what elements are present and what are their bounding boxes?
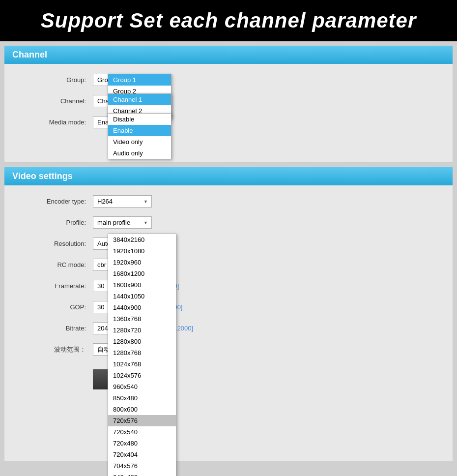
media-mode-label: Media mode: <box>24 119 93 126</box>
group-label: Group: <box>24 76 93 84</box>
media-option-audio[interactable]: Audio only <box>108 148 171 159</box>
bitrate-row: Bitrate: [16-12000] <box>24 322 433 334</box>
res-720x480[interactable]: 720x480 <box>108 438 176 449</box>
page-header: Support Set each channel parameter <box>0 0 457 41</box>
res-800x600[interactable]: 800x600 <box>108 404 176 415</box>
framerate-row: Framerate: [5-60] <box>24 280 433 292</box>
wave-label: 波动范围： <box>24 345 93 354</box>
channel-section: Channel Group: Group 1 Group 2 Group 3 G… <box>4 45 453 163</box>
res-720x540[interactable]: 720x540 <box>108 426 176 438</box>
media-mode-dropdown[interactable]: Disable Enable Video only Audio only <box>108 113 171 159</box>
res-1024x768[interactable]: 1024x768 <box>108 358 176 370</box>
setup-row: Set up <box>24 364 433 389</box>
resolution-row: Resolution: Auto <box>24 238 433 250</box>
video-section-header: Video settings <box>4 167 453 185</box>
framerate-label: Framerate: <box>24 282 93 290</box>
resolution-dropdown[interactable]: 3840x2160 1920x1080 1920x960 1680x1200 1… <box>108 234 176 476</box>
group-option-1[interactable]: Group 1 <box>108 74 171 86</box>
channel-row: Channel: Channel 1 Channel 2 <box>24 95 433 107</box>
res-1440x900[interactable]: 1440x900 <box>108 302 176 313</box>
wave-row: 波动范围： 自动 <box>24 343 433 356</box>
gop-row: GOP: [1-200] <box>24 301 433 313</box>
res-1440x1050[interactable]: 1440x1050 <box>108 291 176 302</box>
channel-section-header: Channel <box>4 46 453 64</box>
res-704x576[interactable]: 704x576 <box>108 460 176 472</box>
profile-row: Profile: main profile baseline high <box>24 216 433 229</box>
rcmode-label: RC mode: <box>24 261 93 268</box>
res-1360x768[interactable]: 1360x768 <box>108 313 176 325</box>
res-960x540[interactable]: 960x540 <box>108 381 176 392</box>
channel-label: Channel: <box>24 97 93 105</box>
group-row: Group: Group 1 Group 2 Group 3 Group 4 <box>24 74 433 86</box>
channel-option-1[interactable]: Channel 1 <box>108 94 171 105</box>
res-1280x800[interactable]: 1280x800 <box>108 336 176 347</box>
channel-section-title: Channel <box>12 50 47 60</box>
res-1680x1200[interactable]: 1680x1200 <box>108 268 176 279</box>
res-1600x900[interactable]: 1600x900 <box>108 279 176 291</box>
rcmode-row: RC mode: cbr vbr <box>24 259 433 271</box>
res-1024x576[interactable]: 1024x576 <box>108 370 176 381</box>
res-720x404[interactable]: 720x404 <box>108 449 176 460</box>
res-1920x960[interactable]: 1920x960 <box>108 257 176 268</box>
profile-label: Profile: <box>24 219 93 226</box>
profile-select[interactable]: main profile baseline high <box>93 216 152 229</box>
encoder-label: Encoder type: <box>24 198 93 205</box>
gop-label: GOP: <box>24 303 93 311</box>
video-section: Video settings Encoder type: H264 H265 M… <box>4 167 453 461</box>
video-section-title: Video settings <box>12 171 73 181</box>
encoder-row: Encoder type: H264 H265 MJPEG <box>24 195 433 208</box>
res-640x480[interactable]: 640x480 <box>108 472 176 476</box>
res-850x480[interactable]: 850x480 <box>108 392 176 404</box>
media-option-disable[interactable]: Disable <box>108 114 171 125</box>
bitrate-label: Bitrate: <box>24 325 93 332</box>
media-mode-row: Media mode: Enable Disable Video only Au… <box>24 116 433 128</box>
resolution-label: Resolution: <box>24 240 93 247</box>
encoder-control: H264 H265 MJPEG <box>93 195 152 208</box>
profile-control: main profile baseline high <box>93 216 152 229</box>
res-1920x1080[interactable]: 1920x1080 <box>108 245 176 257</box>
res-1280x768[interactable]: 1280x768 <box>108 347 176 358</box>
res-1280x720[interactable]: 1280x720 <box>108 325 176 336</box>
media-option-enable[interactable]: Enable <box>108 125 171 136</box>
res-3840[interactable]: 3840x2160 <box>108 234 176 245</box>
page-title: Support Set each channel parameter <box>10 9 447 32</box>
res-720x576[interactable]: 720x576 <box>108 415 176 426</box>
profile-select-wrapper[interactable]: main profile baseline high <box>93 216 152 229</box>
encoder-select[interactable]: H264 H265 MJPEG <box>93 195 152 208</box>
media-option-video[interactable]: Video only <box>108 136 171 148</box>
encoder-select-wrapper[interactable]: H264 H265 MJPEG <box>93 195 152 208</box>
